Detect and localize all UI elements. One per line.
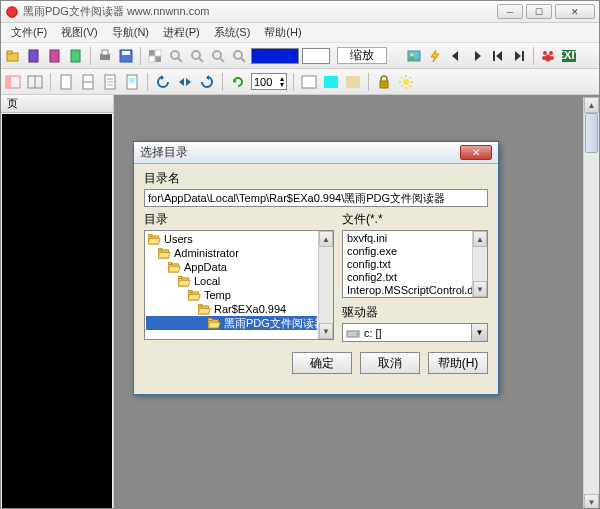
first-icon[interactable] <box>489 47 507 65</box>
tree-scrollbar[interactable]: ▲ ▼ <box>318 231 333 339</box>
side-tab-page[interactable]: 页 <box>1 95 113 113</box>
flip-h-icon[interactable] <box>176 73 194 91</box>
files-scrollbar[interactable]: ▲ ▼ <box>472 231 487 297</box>
sun-icon[interactable] <box>397 73 415 91</box>
svg-rect-62 <box>148 234 152 236</box>
folder-open-icon <box>198 304 211 315</box>
file-list[interactable]: bxvfq.iniconfig.execonfig.txtconfig2.txt… <box>342 230 488 298</box>
refresh-icon[interactable] <box>229 73 247 91</box>
vertical-scrollbar[interactable]: ▲ ▼ <box>583 97 599 509</box>
window-title: 黑雨PDG文件阅读器 www.nnwnn.com <box>23 4 497 19</box>
zoom1-icon[interactable] <box>167 47 185 65</box>
tree-label: Local <box>194 275 220 287</box>
page-spinner-value: 100 <box>254 76 272 88</box>
menu-nav[interactable]: 导航(N) <box>106 23 155 42</box>
image-icon[interactable] <box>405 47 423 65</box>
swatch-white[interactable] <box>300 73 318 91</box>
drive-label: 驱动器 <box>342 304 488 321</box>
svg-point-22 <box>234 51 242 59</box>
file-item[interactable]: Interop.SHDocVw.dll <box>344 297 471 298</box>
svg-rect-26 <box>493 51 495 61</box>
scroll-up-button[interactable]: ▲ <box>319 231 333 247</box>
layout2-icon[interactable] <box>26 73 44 91</box>
next-icon[interactable] <box>468 47 486 65</box>
zoom-label[interactable]: 缩放 <box>337 47 387 64</box>
tree-label: Users <box>164 233 193 245</box>
menu-file[interactable]: 文件(F) <box>5 23 53 42</box>
menu-view[interactable]: 视图(V) <box>55 23 104 42</box>
book3-icon[interactable] <box>67 47 85 65</box>
drive-icon <box>346 327 360 339</box>
swatch-cyan[interactable] <box>322 73 340 91</box>
folder-open-icon <box>188 290 201 301</box>
file-item[interactable]: bxvfq.ini <box>344 232 471 245</box>
scroll-up-button[interactable]: ▲ <box>584 97 599 113</box>
cancel-button[interactable]: 取消 <box>360 352 420 374</box>
tree-node[interactable]: Administrator <box>146 246 317 260</box>
checker-icon[interactable] <box>146 47 164 65</box>
file-item[interactable]: config.txt <box>344 258 471 271</box>
dirname-input[interactable] <box>144 189 488 207</box>
svg-rect-70 <box>188 290 192 292</box>
directory-tree[interactable]: UsersAdministratorAppDataLocalTempRar$EX… <box>144 230 334 340</box>
page2-icon[interactable] <box>79 73 97 91</box>
exit-icon[interactable]: EXIT <box>560 47 578 65</box>
scroll-down-button[interactable]: ▼ <box>473 281 487 297</box>
help-button[interactable]: 帮助(H) <box>428 352 488 374</box>
ok-button[interactable]: 确定 <box>292 352 352 374</box>
print-icon[interactable] <box>96 47 114 65</box>
paw-icon[interactable] <box>539 47 557 65</box>
menu-system[interactable]: 系统(S) <box>208 23 257 42</box>
minimize-button[interactable]: ─ <box>497 4 523 19</box>
prev-icon[interactable] <box>447 47 465 65</box>
menu-process[interactable]: 进程(P) <box>157 23 206 42</box>
svg-rect-50 <box>346 76 360 88</box>
page4-icon[interactable] <box>123 73 141 91</box>
close-button[interactable]: ✕ <box>555 4 595 19</box>
scroll-down-button[interactable]: ▼ <box>584 494 599 509</box>
swatch-beige[interactable] <box>344 73 362 91</box>
last-icon[interactable] <box>510 47 528 65</box>
files-label: 文件(*.* <box>342 211 488 228</box>
maximize-button[interactable]: ☐ <box>526 4 552 19</box>
tree-node[interactable]: Temp <box>146 288 317 302</box>
file-item[interactable]: Interop.MSScriptControl.dl <box>344 284 471 297</box>
scroll-up-button[interactable]: ▲ <box>473 231 487 247</box>
open-icon[interactable] <box>4 47 22 65</box>
colorbox-white[interactable] <box>302 48 330 64</box>
lock-icon[interactable] <box>375 73 393 91</box>
rotate-left-icon[interactable] <box>154 73 172 91</box>
toolbar-main: 缩放 EXIT <box>1 43 599 69</box>
tree-label: Rar$EXa0.994 <box>214 303 286 315</box>
zoom3-icon[interactable] <box>209 47 227 65</box>
scroll-thumb[interactable] <box>585 113 598 153</box>
zoom4-icon[interactable] <box>230 47 248 65</box>
page3-icon[interactable] <box>101 73 119 91</box>
drive-select[interactable]: c: [] ▼ <box>342 323 488 342</box>
scroll-down-button[interactable]: ▼ <box>319 323 333 339</box>
separator <box>368 73 369 91</box>
dialog-close-button[interactable]: ✕ <box>460 145 492 160</box>
folder-open-icon <box>178 276 191 287</box>
tree-node[interactable]: Users <box>146 232 317 246</box>
layout1-icon[interactable] <box>4 73 22 91</box>
tree-node[interactable]: Local <box>146 274 317 288</box>
tree-node[interactable]: AppData <box>146 260 317 274</box>
page-spinner[interactable]: 100▴▾ <box>251 73 287 90</box>
file-item[interactable]: config2.txt <box>344 271 471 284</box>
tree-node[interactable]: Rar$EXa0.994 <box>146 302 317 316</box>
rotate-right-icon[interactable] <box>198 73 216 91</box>
book2-icon[interactable] <box>46 47 64 65</box>
book1-icon[interactable] <box>25 47 43 65</box>
file-item[interactable]: config.exe <box>344 245 471 258</box>
svg-rect-6 <box>50 50 59 62</box>
folder-open-icon <box>158 248 171 259</box>
save-icon[interactable] <box>117 47 135 65</box>
page1-icon[interactable] <box>57 73 75 91</box>
zoom2-icon[interactable] <box>188 47 206 65</box>
menu-help[interactable]: 帮助(H) <box>258 23 307 42</box>
dropdown-button[interactable]: ▼ <box>471 324 487 341</box>
tree-node[interactable]: 黑雨PDG文件阅读器 <box>146 316 317 330</box>
lightning-icon[interactable] <box>426 47 444 65</box>
colorbox-blue[interactable] <box>251 48 299 64</box>
